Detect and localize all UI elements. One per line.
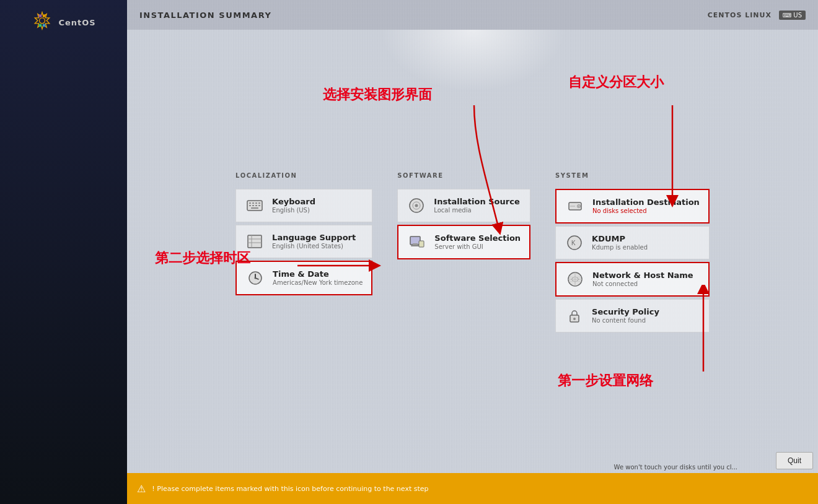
- centos-brand-text: CentOS: [58, 18, 95, 27]
- bottom-warning-text: ! Please complete items marked with this…: [152, 485, 808, 493]
- kdump-title: KDUMP: [592, 234, 648, 243]
- security-policy-title: Security Policy: [592, 307, 659, 316]
- svg-rect-19: [258, 205, 260, 206]
- software-column: SOFTWARE Installation Source Local media: [397, 172, 530, 259]
- svg-rect-33: [413, 243, 418, 245]
- language-icon: [245, 232, 265, 251]
- svg-rect-14: [255, 202, 257, 204]
- svg-rect-5: [39, 24, 42, 27]
- bottom-bar: ⚠ ! Please complete items marked with th…: [127, 473, 818, 504]
- installation-source-tile-text: Installation Source Local media: [434, 197, 519, 214]
- installation-source-tile[interactable]: Installation Source Local media: [397, 189, 530, 222]
- centos-logo: CentOS: [31, 11, 95, 33]
- localization-header: LOCALIZATION: [235, 172, 372, 181]
- installation-destination-title: Installation Destination: [592, 198, 700, 207]
- language-support-subtitle: English (United States): [272, 243, 356, 250]
- network-hostname-tile[interactable]: Network & Host Name Not connected: [555, 262, 710, 297]
- svg-rect-34: [411, 245, 420, 246]
- lang-code: US: [793, 12, 802, 19]
- security-policy-tile[interactable]: Security Policy No content found: [555, 299, 710, 332]
- svg-text:K: K: [571, 240, 576, 246]
- network-hostname-tile-text: Network & Host Name Not connected: [592, 271, 693, 287]
- time-date-tile[interactable]: Time & Date Americas/New York timezone: [235, 261, 372, 295]
- page-title: INSTALLATION SUMMARY: [139, 11, 271, 20]
- action-bar: Quit: [744, 448, 818, 473]
- keyboard-tile-text: Keyboard English (US): [272, 197, 315, 214]
- software-icon: [407, 232, 427, 252]
- software-header: SOFTWARE: [397, 172, 530, 181]
- network-icon: [565, 269, 585, 289]
- installation-destination-subtitle: No disks selected: [592, 207, 700, 214]
- svg-point-39: [578, 206, 579, 207]
- time-date-title: Time & Date: [273, 269, 363, 279]
- keyboard-tile[interactable]: Keyboard English (US): [235, 189, 372, 222]
- language-support-tile[interactable]: Language Support English (United States): [235, 225, 372, 258]
- centos-linux-label: CENTOS LINUX: [708, 11, 772, 19]
- svg-rect-12: [249, 202, 251, 204]
- warning-icon: ⚠: [137, 483, 146, 495]
- kdump-tile[interactable]: K KDUMP Kdump is enabled: [555, 226, 710, 259]
- security-policy-tile-text: Security Policy No content found: [592, 307, 659, 324]
- svg-rect-21: [248, 235, 262, 248]
- system-column: SYSTEM Installation Destination No dis: [555, 172, 710, 332]
- svg-rect-15: [258, 202, 260, 204]
- language-support-tile-text: Language Support English (United States): [272, 233, 356, 250]
- keyboard-tile-title: Keyboard: [272, 197, 315, 206]
- keyboard-tile-subtitle: English (US): [272, 207, 315, 214]
- software-selection-title: Software Selection: [434, 233, 521, 243]
- software-selection-tile-text: Software Selection Server with GUI: [434, 233, 521, 250]
- svg-rect-13: [252, 202, 254, 204]
- installation-source-subtitle: Local media: [434, 207, 519, 214]
- language-support-title: Language Support: [272, 233, 356, 242]
- svg-rect-16: [249, 205, 251, 206]
- kdump-icon: K: [565, 233, 584, 253]
- lang-badge[interactable]: ⌨ US: [779, 11, 806, 20]
- system-header: SYSTEM: [555, 172, 710, 181]
- network-hostname-title: Network & Host Name: [592, 271, 693, 280]
- software-selection-subtitle: Server with GUI: [434, 243, 521, 250]
- svg-rect-4: [43, 14, 46, 17]
- main-content: INSTALLATION SUMMARY CENTOS LINUX ⌨ US 选…: [127, 0, 818, 504]
- svg-rect-20: [251, 207, 258, 209]
- time-date-tile-text: Time & Date Americas/New York timezone: [273, 269, 363, 286]
- keyboard-layout-icon: ⌨: [783, 12, 791, 19]
- svg-rect-17: [252, 205, 254, 206]
- clock-icon: [245, 268, 265, 288]
- svg-rect-3: [39, 14, 42, 17]
- localization-column: LOCALIZATION: [235, 172, 372, 295]
- kdump-tile-text: KDUMP Kdump is enabled: [592, 234, 648, 251]
- centos-logo-icon: [31, 11, 53, 33]
- installation-source-title: Installation Source: [434, 197, 519, 206]
- security-policy-subtitle: No content found: [592, 317, 659, 324]
- keyboard-icon: [245, 196, 265, 215]
- quit-button[interactable]: Quit: [776, 452, 813, 469]
- svg-rect-18: [255, 205, 257, 206]
- categories-grid: LOCALIZATION: [235, 172, 710, 332]
- software-selection-tile[interactable]: Software Selection Server with GUI: [397, 225, 530, 259]
- svg-rect-35: [419, 241, 424, 247]
- installation-destination-tile[interactable]: Installation Destination No disks select…: [555, 189, 710, 224]
- lock-icon: [565, 306, 584, 326]
- top-bar: INSTALLATION SUMMARY CENTOS LINUX ⌨ US: [127, 0, 818, 30]
- svg-point-2: [40, 18, 45, 24]
- harddisk-icon: [565, 196, 585, 216]
- disc-icon: [407, 196, 426, 215]
- sidebar: CentOS: [0, 0, 127, 504]
- below-quit-note: We won't touch your disks until you cl..…: [614, 464, 737, 471]
- svg-rect-6: [43, 24, 46, 27]
- svg-point-31: [415, 204, 418, 207]
- svg-point-28: [255, 277, 257, 279]
- kdump-subtitle: Kdump is enabled: [592, 244, 648, 251]
- categories-area: LOCALIZATION: [127, 50, 818, 454]
- time-date-subtitle: Americas/New York timezone: [273, 279, 363, 286]
- network-hostname-subtitle: Not connected: [592, 280, 693, 287]
- top-right-area: CENTOS LINUX ⌨ US: [708, 11, 806, 20]
- svg-marker-1: [35, 12, 50, 29]
- installation-destination-tile-text: Installation Destination No disks select…: [592, 198, 700, 214]
- svg-point-46: [573, 318, 576, 320]
